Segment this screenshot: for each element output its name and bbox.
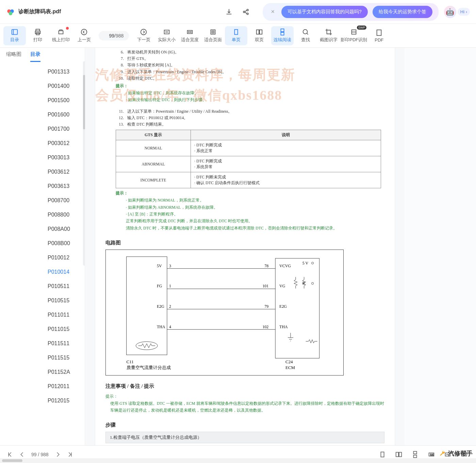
last-page-icon[interactable] bbox=[67, 451, 73, 458]
hint1-lines: · 如果输出特定 DTC，则系统存在故障。· 如果没有输出特定 DTC，则执行下… bbox=[105, 90, 384, 103]
fit-page-button[interactable]: 适合页面 bbox=[202, 26, 224, 45]
circuit-title: 电路图 bbox=[105, 240, 384, 246]
print-button[interactable]: 打印 bbox=[27, 26, 49, 45]
document-viewport[interactable]: 6.将发动机开关转到 ON (IG)。7.打开 GTS。8.等待 5 秒或更长时… bbox=[85, 48, 405, 445]
close-icon[interactable]: × bbox=[269, 8, 277, 15]
main-body: 缩略图 目录 P001313P001400P001500P001600P0017… bbox=[0, 48, 476, 445]
toc-item[interactable]: P008B00 bbox=[0, 236, 85, 251]
continuous-button[interactable]: 连续阅读 bbox=[271, 26, 294, 45]
svg-point-11 bbox=[81, 29, 87, 35]
toc-item[interactable]: P012015 bbox=[0, 394, 85, 408]
swp-badge: SWP bbox=[357, 26, 367, 30]
notes-hint: 提示： bbox=[105, 393, 384, 400]
svg-text:C11: C11 bbox=[127, 359, 134, 364]
svg-text:THA: THA bbox=[279, 324, 288, 329]
notification-dot-icon bbox=[66, 27, 69, 30]
double-page-button[interactable]: 双页 bbox=[248, 26, 270, 45]
next-page-button[interactable]: 下一页 bbox=[132, 26, 155, 45]
svg-rect-18 bbox=[260, 30, 262, 34]
toc-item[interactable]: P001313 bbox=[0, 65, 85, 79]
toc-item[interactable]: P011011 bbox=[0, 308, 85, 322]
ai-pill-1[interactable]: 可以基于文档内容回答我的问题吗? bbox=[281, 6, 368, 18]
tab-thumbnails[interactable]: 缩略图 bbox=[6, 51, 21, 62]
actual-size-button[interactable]: 实际大小 bbox=[155, 26, 178, 45]
fit-width-button[interactable]: 适合宽度 bbox=[179, 26, 201, 45]
toc-item[interactable]: P010511 bbox=[0, 279, 85, 293]
toc-item[interactable]: P01152A bbox=[0, 365, 85, 379]
toc-button[interactable]: 目录 bbox=[3, 26, 26, 45]
first-page-icon[interactable] bbox=[7, 451, 13, 458]
toc-item[interactable]: P008A00 bbox=[0, 222, 85, 236]
pdf-more-button[interactable]: PDF bbox=[368, 26, 390, 45]
chevron-left-circle-icon bbox=[80, 28, 88, 36]
ocr-image-button[interactable]: 截图识字 bbox=[317, 26, 340, 45]
avatar[interactable]: 🤖 Hi › bbox=[444, 6, 470, 18]
brand-watermark: 汽修帮手 bbox=[438, 449, 473, 458]
toc-item[interactable]: P001700 bbox=[0, 122, 85, 136]
toc-item[interactable]: P001500 bbox=[0, 93, 85, 108]
horizontal-scrollbar[interactable] bbox=[0, 458, 476, 463]
toc-item[interactable]: P008800 bbox=[0, 208, 85, 222]
svg-rect-19 bbox=[281, 29, 284, 32]
toc-item[interactable]: P010014 bbox=[0, 265, 85, 279]
svg-rect-23 bbox=[377, 30, 381, 35]
view-double-icon[interactable] bbox=[395, 451, 403, 458]
toc-icon bbox=[11, 28, 18, 36]
print-icon bbox=[34, 28, 42, 36]
toc-item[interactable]: P012011 bbox=[0, 379, 85, 394]
svg-text:1: 1 bbox=[169, 284, 171, 289]
toc-item[interactable]: P008700 bbox=[0, 193, 85, 208]
toc-item[interactable]: P011015 bbox=[0, 322, 85, 336]
view-single-icon[interactable] bbox=[379, 451, 386, 458]
find-button[interactable]: 查找 bbox=[294, 26, 317, 45]
double-label: 双页 bbox=[255, 37, 264, 43]
view-cont-icon[interactable] bbox=[411, 451, 419, 458]
toc-item[interactable]: P003013 bbox=[0, 150, 85, 165]
toc-item[interactable]: P001400 bbox=[0, 79, 85, 93]
svg-text:E2G: E2G bbox=[157, 304, 164, 309]
toc-item[interactable]: P011515 bbox=[0, 351, 85, 365]
view-actual-icon[interactable]: 1:1 bbox=[428, 451, 435, 458]
toc-item[interactable]: P010515 bbox=[0, 293, 85, 308]
online-print-icon bbox=[57, 28, 65, 36]
prev-label: 上一页 bbox=[78, 37, 91, 43]
svg-text:FG: FG bbox=[157, 284, 162, 289]
online-print-button[interactable]: 线上打印 bbox=[50, 26, 72, 45]
ocr-pdf-button[interactable]: SWP 影印PDF识别 bbox=[341, 26, 367, 45]
hint1-title: 提示： bbox=[116, 83, 384, 89]
right-panel bbox=[405, 48, 476, 445]
download-icon[interactable] bbox=[225, 8, 233, 16]
toc-list[interactable]: P001313P001400P001500P001600P001700P0030… bbox=[0, 62, 85, 445]
page-input[interactable]: / 988 bbox=[99, 31, 129, 41]
notes-body: 使用 GTS 读取定格数据。DTC 一被存储，ECM 就将车辆和驾驶条件信息以定… bbox=[105, 400, 384, 414]
svg-rect-10 bbox=[59, 31, 63, 34]
actual-size-icon bbox=[163, 28, 170, 36]
ai-pill-2[interactable]: 给我今天的运势求个签 bbox=[373, 6, 432, 18]
scan-icon bbox=[350, 28, 358, 36]
share-icon[interactable] bbox=[242, 8, 250, 16]
svg-text:78: 78 bbox=[264, 264, 268, 268]
svg-rect-15 bbox=[211, 30, 215, 34]
page-current-input[interactable] bbox=[104, 33, 114, 38]
app-logo bbox=[6, 7, 15, 16]
svg-point-2 bbox=[9, 11, 13, 15]
toc-item[interactable]: P011511 bbox=[0, 336, 85, 351]
svg-point-21 bbox=[303, 30, 308, 34]
avatar-hi: Hi › bbox=[458, 8, 470, 16]
find-label: 查找 bbox=[301, 37, 310, 43]
sidebar: 缩略图 目录 P001313P001400P001500P001600P0017… bbox=[0, 48, 85, 445]
next-page-icon[interactable] bbox=[55, 451, 61, 458]
toc-item[interactable]: P003612 bbox=[0, 165, 85, 179]
prev-page-icon[interactable] bbox=[19, 451, 25, 458]
fitw-label: 适合宽度 bbox=[181, 37, 199, 43]
toc-item[interactable]: P003613 bbox=[0, 179, 85, 193]
svg-text:1:1: 1:1 bbox=[430, 453, 433, 456]
single-page-button[interactable]: 单页 bbox=[225, 26, 247, 45]
prev-page-button[interactable]: 上一页 bbox=[73, 26, 95, 45]
toc-item[interactable]: P010012 bbox=[0, 251, 85, 265]
tab-toc[interactable]: 目录 bbox=[30, 51, 40, 62]
toc-item[interactable]: P001600 bbox=[0, 108, 85, 122]
svg-text:4: 4 bbox=[169, 324, 171, 329]
svg-text:3: 3 bbox=[169, 264, 171, 268]
toc-item[interactable]: P003012 bbox=[0, 136, 85, 150]
